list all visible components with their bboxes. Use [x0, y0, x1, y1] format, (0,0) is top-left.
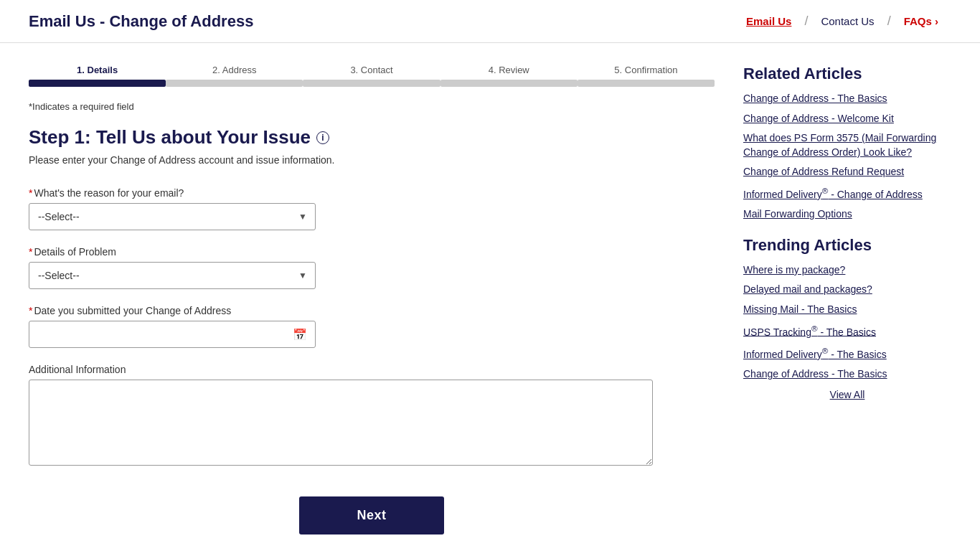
- nav-email-us[interactable]: Email Us: [733, 15, 804, 27]
- required-note: *Indicates a required field: [29, 101, 715, 112]
- related-articles-title: Related Articles: [743, 65, 951, 83]
- trending-link-6[interactable]: Change of Address - The Basics: [743, 367, 951, 382]
- date-input[interactable]: [29, 321, 316, 348]
- related-link-4[interactable]: Change of Address Refund Request: [743, 165, 951, 179]
- date-required-star: *: [29, 305, 32, 316]
- step-1-bar: [29, 80, 166, 87]
- trending-link-5[interactable]: Informed Delivery® - The Basics: [743, 345, 951, 362]
- step-3-label: 3. Contact: [350, 65, 392, 75]
- faqs-arrow-icon: ›: [935, 15, 938, 27]
- related-articles-section: Related Articles Change of Address - The…: [743, 65, 951, 222]
- step-heading-container: Step 1: Tell Us about Your Issue i: [29, 126, 715, 149]
- step-4-bar: [440, 80, 578, 87]
- sidebar: Related Articles Change of Address - The…: [743, 65, 951, 551]
- step-description: Please enter your Change of Address acco…: [29, 154, 715, 166]
- trending-link-1[interactable]: Where is my package?: [743, 263, 951, 278]
- date-wrapper: 📅: [29, 321, 316, 348]
- details-select-wrapper: --Select-- ▼: [29, 262, 316, 289]
- date-field: *Date you submitted your Change of Addre…: [29, 305, 715, 348]
- nav-contact-us[interactable]: Contact Us: [808, 15, 887, 27]
- details-required-star: *: [29, 246, 32, 258]
- step-3: 3. Contact: [303, 65, 440, 87]
- additional-textarea[interactable]: [29, 380, 653, 466]
- step-2: 2. Address: [166, 65, 303, 87]
- date-label: *Date you submitted your Change of Addre…: [29, 305, 715, 316]
- main-container: 1. Details 2. Address 3. Contact 4. Revi…: [0, 43, 980, 551]
- info-icon[interactable]: i: [316, 131, 329, 144]
- trending-link-3[interactable]: Missing Mail - The Basics: [743, 303, 951, 317]
- related-link-1[interactable]: Change of Address - The Basics: [743, 92, 951, 106]
- progress-steps: 1. Details 2. Address 3. Contact 4. Revi…: [29, 65, 715, 87]
- step-2-bar: [166, 80, 303, 87]
- button-row: Next: [29, 496, 715, 551]
- reason-field: *What's the reason for your email? --Sel…: [29, 187, 715, 230]
- step-5: 5. Confirmation: [578, 65, 715, 87]
- step-5-bar: [578, 80, 715, 87]
- step-heading-text: Step 1: Tell Us about Your Issue: [29, 126, 311, 149]
- next-button[interactable]: Next: [299, 496, 443, 534]
- related-link-6[interactable]: Mail Forwarding Options: [743, 207, 951, 222]
- additional-field: Additional Information: [29, 364, 715, 468]
- page-title: Email Us - Change of Address: [29, 12, 253, 31]
- step-1-label: 1. Details: [77, 65, 118, 75]
- trending-articles-section: Trending Articles Where is my package? D…: [743, 236, 951, 400]
- related-link-3[interactable]: What does PS Form 3575 (Mail Forwarding …: [743, 131, 951, 159]
- details-select[interactable]: --Select--: [29, 262, 316, 289]
- step-3-bar: [303, 80, 440, 87]
- related-link-5[interactable]: Informed Delivery® - Change of Address: [743, 185, 951, 202]
- step-2-label: 2. Address: [212, 65, 256, 75]
- step-4: 4. Review: [440, 65, 578, 87]
- reason-select-wrapper: --Select-- ▼: [29, 203, 316, 230]
- details-field: *Details of Problem --Select-- ▼: [29, 246, 715, 289]
- related-link-2[interactable]: Change of Address - Welcome Kit: [743, 112, 951, 126]
- page-header: Email Us - Change of Address Email Us / …: [0, 0, 980, 43]
- additional-label: Additional Information: [29, 364, 715, 375]
- step-4-label: 4. Review: [489, 65, 529, 75]
- trending-articles-title: Trending Articles: [743, 236, 951, 255]
- view-all-link[interactable]: View All: [830, 389, 865, 400]
- nav-faqs[interactable]: FAQs ›: [891, 15, 951, 27]
- step-5-label: 5. Confirmation: [614, 65, 677, 75]
- details-label: *Details of Problem: [29, 246, 715, 258]
- header-nav: Email Us / Contact Us / FAQs ›: [733, 14, 951, 29]
- content-area: 1. Details 2. Address 3. Contact 4. Revi…: [29, 65, 715, 551]
- reason-required-star: *: [29, 187, 32, 199]
- trending-link-4[interactable]: USPS Tracking® - The Basics: [743, 323, 951, 339]
- reason-label: *What's the reason for your email?: [29, 187, 715, 199]
- reason-select[interactable]: --Select--: [29, 203, 316, 230]
- step-1: 1. Details: [29, 65, 166, 87]
- view-all-container: View All: [743, 389, 951, 400]
- trending-link-2[interactable]: Delayed mail and packages?: [743, 283, 951, 297]
